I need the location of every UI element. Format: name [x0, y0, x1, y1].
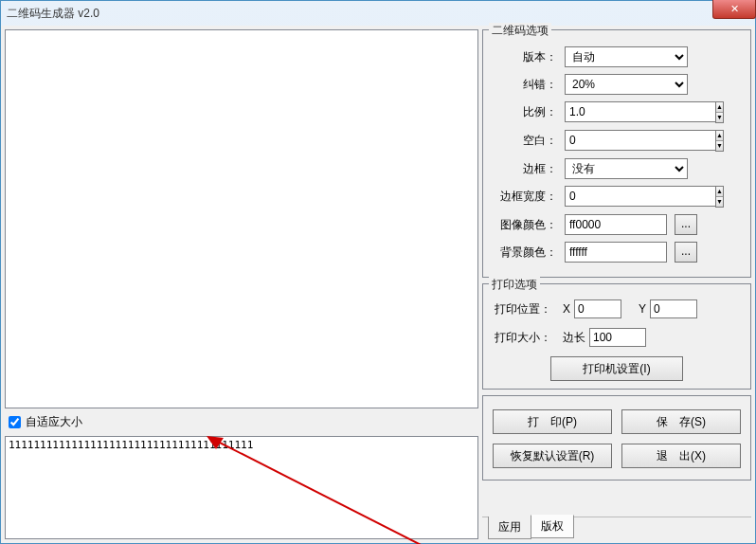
spin-up-icon[interactable]: ▲ [716, 187, 723, 197]
border-label: 边框： [491, 161, 565, 177]
close-button[interactable]: ✕ [712, 0, 756, 19]
version-select[interactable]: 自动 [565, 46, 688, 67]
qr-preview [5, 29, 478, 408]
bg-color-label: 背景颜色： [491, 245, 565, 261]
border-select[interactable]: 没有 [565, 158, 688, 179]
spin-up-icon[interactable]: ▲ [716, 102, 723, 113]
scale-label: 比例： [491, 104, 565, 120]
printer-setup-button[interactable]: 打印机设置(I) [550, 356, 683, 381]
text-input-container [5, 436, 478, 539]
spin-down-icon[interactable]: ▼ [716, 113, 723, 122]
tab-app[interactable]: 应用 [488, 517, 531, 539]
titlebar[interactable]: 二维码生成器 v2.0 ✕ [1, 1, 755, 26]
scale-input[interactable] [565, 101, 715, 122]
bg-color-browse-button[interactable]: ... [675, 242, 697, 263]
edge-label: 边长 [563, 330, 585, 346]
client-area: 自适应大小 二维码选项 版本： 自动 纠错： 2 [1, 26, 755, 543]
adaptive-size-checkbox[interactable] [9, 416, 21, 428]
x-label: X [563, 302, 570, 316]
print-size-label: 打印大小： [491, 330, 557, 346]
adaptive-size-row: 自适应大小 [9, 414, 475, 430]
spin-down-icon[interactable]: ▼ [716, 197, 723, 207]
right-pane: 二维码选项 版本： 自动 纠错： 20% 比例： ▲▼ [482, 29, 751, 539]
spin-up-icon[interactable]: ▲ [716, 131, 723, 141]
save-button[interactable]: 保 存(S) [621, 409, 741, 434]
image-color-label: 图像颜色： [491, 217, 565, 233]
correction-select[interactable]: 20% [565, 74, 688, 95]
actions-group: 打 印(P) 保 存(S) 恢复默认设置(R) 退 出(X) [482, 395, 751, 481]
print-x-input[interactable] [574, 299, 621, 318]
qr-options-title: 二维码选项 [489, 23, 551, 39]
y-label: Y [639, 302, 646, 316]
scale-spinner[interactable]: ▲▼ [565, 101, 688, 123]
app-window: 二维码生成器 v2.0 ✕ 自适应大小 二维码选项 [0, 0, 756, 544]
exit-button[interactable]: 退 出(X) [621, 444, 741, 468]
bg-color-input[interactable] [565, 242, 667, 263]
close-icon: ✕ [730, 3, 739, 14]
window-title: 二维码生成器 v2.0 [7, 6, 99, 22]
version-label: 版本： [491, 49, 565, 65]
margin-spinner[interactable]: ▲▼ [565, 130, 688, 152]
image-color-browse-button[interactable]: ... [675, 214, 697, 235]
restore-defaults-button[interactable]: 恢复默认设置(R) [493, 444, 612, 468]
qr-options-group: 二维码选项 版本： 自动 纠错： 20% 比例： ▲▼ [482, 29, 751, 278]
print-options-group: 打印选项 打印位置： X Y 打印大小： 边长 打印机设置(I) [482, 283, 751, 390]
spin-down-icon[interactable]: ▼ [716, 141, 723, 151]
bottom-tabs: 应用 版权 [482, 517, 751, 539]
qr-text-input[interactable] [6, 437, 477, 538]
adaptive-size-label: 自适应大小 [26, 414, 82, 430]
print-edge-input[interactable] [589, 328, 646, 347]
print-position-label: 打印位置： [491, 301, 557, 317]
print-options-title: 打印选项 [489, 277, 540, 293]
print-button[interactable]: 打 印(P) [493, 409, 612, 434]
print-y-input[interactable] [650, 299, 697, 318]
tab-copyright[interactable]: 版权 [531, 515, 574, 538]
margin-input[interactable] [565, 130, 715, 151]
border-width-label: 边框宽度： [491, 189, 565, 205]
correction-label: 纠错： [491, 77, 565, 93]
border-width-spinner[interactable]: ▲▼ [565, 186, 688, 208]
left-pane: 自适应大小 [5, 29, 478, 539]
image-color-input[interactable] [565, 214, 667, 235]
border-width-input[interactable] [565, 186, 715, 207]
margin-label: 空白： [491, 133, 565, 149]
